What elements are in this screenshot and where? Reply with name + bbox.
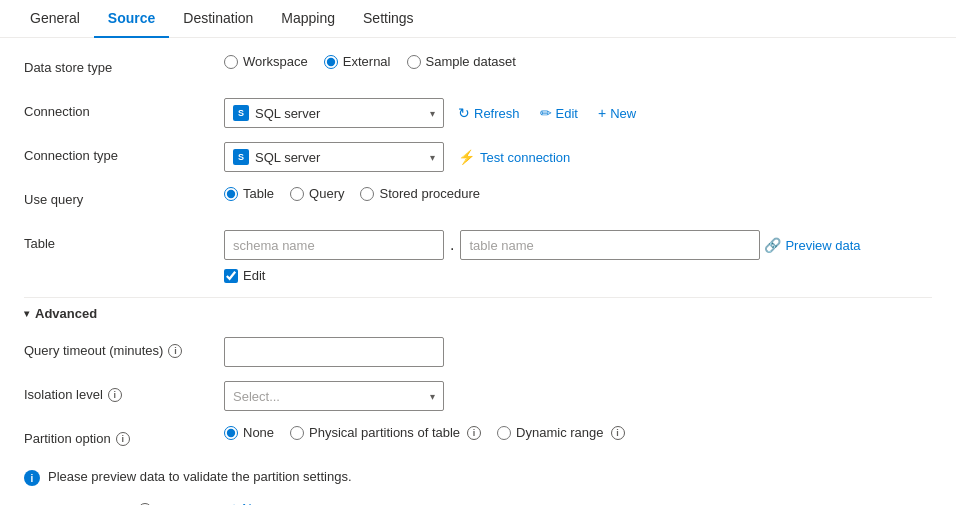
tab-general[interactable]: General bbox=[16, 0, 94, 38]
radio-physical-partitions[interactable]: Physical partitions of table i bbox=[290, 425, 481, 440]
radio-dynamic-range-label: Dynamic range bbox=[516, 425, 603, 440]
partition-option-label: Partition option i bbox=[24, 425, 224, 446]
query-timeout-info-icon[interactable]: i bbox=[168, 344, 182, 358]
test-connection-button[interactable]: ⚡ Test connection bbox=[452, 145, 576, 169]
isolation-level-value: Select... bbox=[233, 389, 424, 404]
test-conn-label: Test connection bbox=[480, 150, 570, 165]
use-query-label: Use query bbox=[24, 186, 224, 207]
dynamic-range-info-icon[interactable]: i bbox=[611, 426, 625, 440]
preview-data-link[interactable]: 🔗 Preview data bbox=[764, 237, 860, 253]
radio-stored-procedure-label: Stored procedure bbox=[379, 186, 479, 201]
additional-columns-new-label: New bbox=[242, 501, 268, 506]
preview-data-label: Preview data bbox=[785, 238, 860, 253]
connection-type-value: SQL server bbox=[255, 150, 424, 165]
sql-server-icon: S bbox=[233, 105, 249, 121]
tab-destination[interactable]: Destination bbox=[169, 0, 267, 38]
refresh-button[interactable]: ↻ Refresh bbox=[452, 101, 526, 125]
radio-physical-partitions-label: Physical partitions of table bbox=[309, 425, 460, 440]
refresh-label: Refresh bbox=[474, 106, 520, 121]
additional-columns-row: Additional columns i + New bbox=[24, 496, 932, 505]
radio-physical-partitions-input[interactable] bbox=[290, 426, 304, 440]
isolation-level-row: Isolation level i Select... ▾ bbox=[24, 381, 932, 411]
radio-dynamic-range[interactable]: Dynamic range i bbox=[497, 425, 624, 440]
connection-type-dropdown[interactable]: S SQL server ▾ bbox=[224, 142, 444, 172]
tab-source[interactable]: Source bbox=[94, 0, 169, 38]
data-store-type-radio-group: Workspace External Sample dataset bbox=[224, 54, 516, 69]
info-notice: i Please preview data to validate the pa… bbox=[24, 469, 932, 486]
radio-sample-dataset-input[interactable] bbox=[407, 55, 421, 69]
radio-table[interactable]: Table bbox=[224, 186, 274, 201]
data-store-type-label: Data store type bbox=[24, 54, 224, 75]
radio-dynamic-range-input[interactable] bbox=[497, 426, 511, 440]
tab-mapping[interactable]: Mapping bbox=[267, 0, 349, 38]
preview-icon: 🔗 bbox=[764, 237, 781, 253]
radio-table-label: Table bbox=[243, 186, 274, 201]
radio-sample-dataset[interactable]: Sample dataset bbox=[407, 54, 516, 69]
additional-columns-new-button[interactable]: + New bbox=[224, 496, 274, 505]
radio-query-input[interactable] bbox=[290, 187, 304, 201]
use-query-radio-group: Table Query Stored procedure bbox=[224, 186, 480, 201]
connection-label: Connection bbox=[24, 98, 224, 119]
isolation-level-control: Select... ▾ bbox=[224, 381, 444, 411]
additional-columns-label: Additional columns i bbox=[24, 496, 224, 505]
table-name-input[interactable] bbox=[460, 230, 760, 260]
connection-row: Connection S SQL server ▾ ↻ Refresh ✏ Ed… bbox=[24, 98, 932, 128]
info-notice-text: Please preview data to validate the part… bbox=[48, 469, 352, 484]
info-notice-icon: i bbox=[24, 470, 40, 486]
advanced-label: Advanced bbox=[35, 306, 97, 321]
use-query-control: Table Query Stored procedure bbox=[224, 186, 480, 201]
radio-query[interactable]: Query bbox=[290, 186, 344, 201]
physical-partitions-info-icon[interactable]: i bbox=[467, 426, 481, 440]
query-timeout-control: 120 bbox=[224, 337, 444, 367]
new-button[interactable]: + New bbox=[592, 101, 642, 125]
advanced-chevron-icon: ▾ bbox=[24, 308, 29, 319]
data-store-type-control: Workspace External Sample dataset bbox=[224, 54, 516, 69]
radio-external-input[interactable] bbox=[324, 55, 338, 69]
edit-label: Edit bbox=[556, 106, 578, 121]
isolation-level-label: Isolation level i bbox=[24, 381, 224, 402]
refresh-icon: ↻ bbox=[458, 105, 470, 121]
radio-workspace[interactable]: Workspace bbox=[224, 54, 308, 69]
connection-dropdown-value: SQL server bbox=[255, 106, 424, 121]
connection-type-control: S SQL server ▾ ⚡ Test connection bbox=[224, 142, 576, 172]
isolation-level-dropdown[interactable]: Select... ▾ bbox=[224, 381, 444, 411]
radio-none-input[interactable] bbox=[224, 426, 238, 440]
radio-sample-dataset-label: Sample dataset bbox=[426, 54, 516, 69]
radio-stored-procedure[interactable]: Stored procedure bbox=[360, 186, 479, 201]
query-timeout-label: Query timeout (minutes) i bbox=[24, 337, 224, 358]
partition-option-info-icon[interactable]: i bbox=[116, 432, 130, 446]
isolation-level-chevron: ▾ bbox=[430, 391, 435, 402]
radio-none[interactable]: None bbox=[224, 425, 274, 440]
edit-checkbox-label: Edit bbox=[243, 268, 265, 283]
partition-option-control: None Physical partitions of table i Dyna… bbox=[224, 425, 625, 440]
data-store-type-row: Data store type Workspace External Sampl… bbox=[24, 54, 932, 84]
additional-columns-plus-icon: + bbox=[230, 500, 238, 505]
connection-dropdown[interactable]: S SQL server ▾ bbox=[224, 98, 444, 128]
radio-none-label: None bbox=[243, 425, 274, 440]
isolation-level-info-icon[interactable]: i bbox=[108, 388, 122, 402]
plus-icon: + bbox=[598, 105, 606, 121]
additional-columns-control: + New bbox=[224, 496, 274, 505]
query-timeout-input[interactable]: 120 bbox=[224, 337, 444, 367]
radio-external[interactable]: External bbox=[324, 54, 391, 69]
test-conn-icon: ⚡ bbox=[458, 149, 475, 165]
table-control: . 🔗 Preview data Edit bbox=[224, 230, 861, 283]
dot-separator: . bbox=[448, 236, 456, 254]
connection-control: S SQL server ▾ ↻ Refresh ✏ Edit + New bbox=[224, 98, 642, 128]
new-label: New bbox=[610, 106, 636, 121]
table-label: Table bbox=[24, 230, 224, 251]
radio-external-label: External bbox=[343, 54, 391, 69]
edit-checkbox-item[interactable]: Edit bbox=[224, 268, 265, 283]
edit-button[interactable]: ✏ Edit bbox=[534, 101, 584, 125]
edit-checkbox[interactable] bbox=[224, 269, 238, 283]
radio-table-input[interactable] bbox=[224, 187, 238, 201]
radio-workspace-input[interactable] bbox=[224, 55, 238, 69]
connection-type-chevron: ▾ bbox=[430, 152, 435, 163]
partition-option-row: Partition option i None Physical partiti… bbox=[24, 425, 932, 455]
schema-input[interactable] bbox=[224, 230, 444, 260]
radio-workspace-label: Workspace bbox=[243, 54, 308, 69]
tab-settings[interactable]: Settings bbox=[349, 0, 428, 38]
radio-stored-procedure-input[interactable] bbox=[360, 187, 374, 201]
advanced-toggle[interactable]: ▾ Advanced bbox=[24, 297, 932, 329]
table-row: Table . 🔗 Preview data Edit bbox=[24, 230, 932, 283]
